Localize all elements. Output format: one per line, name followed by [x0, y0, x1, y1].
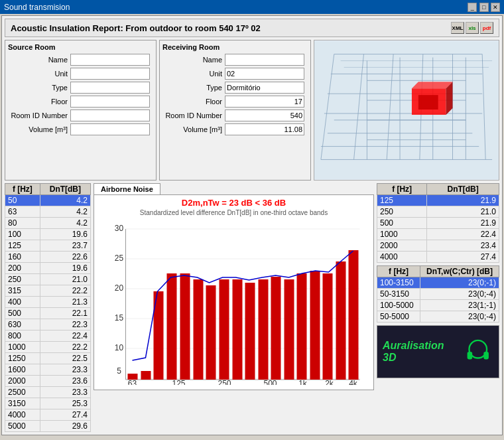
left-table-cell-freq: 2000	[5, 376, 40, 387]
right-top-cell-dnt: 22.4	[427, 229, 499, 240]
recv-unit-input[interactable]	[225, 68, 304, 80]
svg-rect-52	[245, 283, 255, 380]
left-table-cell-freq: 630	[5, 319, 40, 330]
tab-airborne-noise[interactable]: Airborne Noise	[94, 183, 160, 194]
svg-text:5: 5	[117, 366, 121, 376]
svg-text:2k: 2k	[325, 379, 334, 385]
right-freq-table: f [Hz] DnT[dB] 12521.925021.050021.91000…	[377, 183, 499, 263]
recv-name-input[interactable]	[225, 54, 304, 66]
svg-rect-56	[297, 273, 307, 380]
source-volume-input[interactable]	[70, 123, 150, 135]
svg-rect-70	[483, 352, 489, 359]
left-table-cell-freq: 250	[5, 274, 40, 285]
recv-floor-input[interactable]	[225, 96, 304, 108]
left-table-cell-freq: 400	[5, 297, 40, 308]
pdf-export-btn[interactable]: pdf	[480, 22, 493, 34]
source-floor-input[interactable]	[70, 96, 150, 108]
xls-export-btn[interactable]: xls	[466, 22, 479, 34]
left-table-header-freq: f [Hz]	[5, 184, 40, 195]
left-table-cell-dnt: 22.4	[40, 330, 90, 342]
left-table-cell-dnt: 21.3	[40, 297, 90, 308]
svg-rect-69	[467, 352, 472, 359]
close-btn[interactable]: ✕	[491, 3, 500, 12]
left-table-cell-dnt: 23.6	[40, 376, 90, 387]
left-table-cell-dnt: 22.5	[40, 353, 90, 364]
chart-container: D2m,nTw = 23 dB < 36 dB Standardized lev…	[94, 194, 374, 390]
svg-rect-54	[271, 277, 281, 380]
right-w-header-freq: f [Hz]	[377, 266, 420, 277]
svg-rect-0	[314, 41, 499, 180]
svg-text:25: 25	[115, 254, 124, 263]
right-top-cell-dnt: 27.4	[427, 252, 499, 263]
source-room-title: Source Room	[8, 43, 153, 51]
receiving-room-panel: Receiving Room Name Unit Type Floor Room…	[159, 40, 311, 181]
source-roomid-input[interactable]	[70, 110, 150, 121]
left-table-cell-freq: 500	[5, 308, 40, 319]
svg-text:10: 10	[115, 343, 124, 352]
svg-rect-55	[284, 279, 294, 380]
left-table-cell-dnt: 22.6	[40, 252, 90, 263]
svg-rect-60	[349, 250, 359, 380]
right-top-cell-dnt: 23.4	[427, 240, 499, 252]
svg-text:125: 125	[172, 379, 185, 385]
recv-volume-label: Volume [m³]	[162, 125, 222, 133]
left-table-cell-dnt: 22.1	[40, 308, 90, 319]
window-title: Sound transmision	[4, 3, 70, 12]
source-type-input[interactable]	[70, 82, 150, 94]
recv-type-input[interactable]	[225, 82, 304, 94]
left-table-cell-dnt: 23.7	[40, 240, 90, 252]
left-table-cell-freq: 125	[5, 240, 40, 252]
svg-text:15: 15	[115, 313, 124, 323]
xml-export-btn[interactable]: XML	[451, 22, 464, 34]
right-top-cell-dnt: 21.9	[427, 195, 499, 206]
left-table-cell-dnt: 19.6	[40, 263, 90, 274]
left-table-cell-dnt: 4.2	[40, 206, 90, 218]
title-bar: Sound transmision _ □ ✕	[0, 0, 504, 14]
receiving-room-title: Receiving Room	[162, 43, 308, 51]
left-table-cell-dnt: 25.3	[40, 398, 90, 409]
auralisation-box[interactable]: Auralisation 3D	[377, 325, 499, 378]
left-table-cell-freq: 3150	[5, 398, 40, 409]
left-table-cell-dnt: 22.2	[40, 285, 90, 297]
building-visualization	[314, 40, 499, 181]
svg-rect-48	[194, 279, 204, 380]
source-name-input[interactable]	[70, 54, 150, 66]
right-bottom-cell-freq: 50-3150	[377, 289, 420, 300]
minimize-btn[interactable]: _	[468, 3, 477, 12]
svg-marker-25	[412, 82, 453, 88]
svg-text:30: 30	[115, 224, 124, 233]
svg-text:4k: 4k	[349, 379, 358, 385]
recv-roomid-label: Room ID Number	[162, 111, 222, 119]
svg-rect-44	[141, 371, 151, 380]
left-table-cell-dnt: 4.2	[40, 218, 90, 229]
recv-floor-label: Floor	[162, 98, 222, 106]
recv-unit-label: Unit	[162, 70, 222, 78]
report-header: Acoustic Insulation Report: From outdoor…	[5, 19, 499, 37]
maximize-btn[interactable]: □	[479, 3, 489, 12]
left-table-cell-dnt: 22.2	[40, 342, 90, 353]
left-table-cell-freq: 1000	[5, 342, 40, 353]
left-table-cell-freq: 63	[5, 206, 40, 218]
svg-rect-47	[180, 273, 190, 380]
svg-rect-51	[233, 279, 243, 380]
left-table-cell-dnt: 23.3	[40, 364, 90, 376]
recv-volume-input[interactable]	[225, 123, 304, 135]
svg-text:250: 250	[218, 379, 231, 385]
svg-rect-24	[418, 95, 438, 110]
source-name-label: Name	[8, 56, 68, 64]
right-bottom-cell-freq: 50-5000	[377, 311, 420, 323]
left-table-cell-dnt: 29.6	[40, 421, 90, 432]
left-table-cell-dnt: 23.3	[40, 387, 90, 398]
chart-area: Airborne Noise D2m,nTw = 23 dB < 36 dB S…	[94, 183, 374, 432]
source-unit-input[interactable]	[70, 68, 150, 80]
report-title: Acoustic Insulation Report: From outdoor…	[11, 23, 261, 33]
left-table-cell-dnt: 22.3	[40, 319, 90, 330]
left-table-cell-freq: 100	[5, 229, 40, 240]
recv-roomid-input[interactable]	[225, 110, 304, 121]
right-top-cell-dnt: 21.0	[427, 206, 499, 218]
source-unit-label: Unit	[8, 70, 68, 78]
right-top-cell-dnt: 21.9	[427, 218, 499, 229]
recv-type-label: Type	[162, 84, 222, 92]
left-table-cell-freq: 50	[5, 195, 40, 206]
right-panel: f [Hz] DnT[dB] 12521.925021.050021.91000…	[377, 183, 499, 432]
